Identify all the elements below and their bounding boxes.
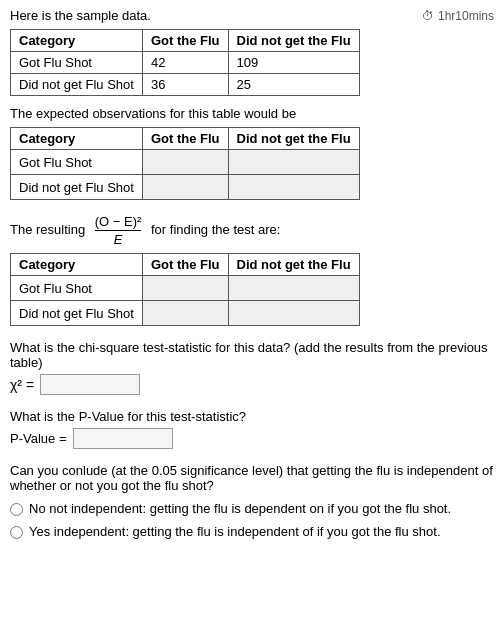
table-row: Got Flu Shot 42 109 (11, 52, 360, 74)
chi-square-input[interactable] (40, 374, 140, 395)
radio-independent-label: Yes independent: getting the flu is inde… (29, 524, 441, 539)
col-got-flu: Got the Flu (142, 254, 228, 276)
expected-r1c1-cell[interactable] (142, 150, 228, 175)
chi-r2c1-input[interactable] (147, 303, 217, 323)
chi-r2c2-input[interactable] (233, 303, 303, 323)
chi-components-table: Category Got the Flu Did not get the Flu… (10, 253, 360, 326)
row1-label: Got Flu Shot (11, 150, 143, 175)
expected-r2c2-input[interactable] (233, 177, 303, 197)
table-row: Did not get Flu Shot (11, 175, 360, 200)
pvalue-question: What is the P-Value for this test-statis… (10, 409, 494, 424)
chi-r1c1-cell[interactable] (142, 276, 228, 301)
row1-label: Got Flu Shot (11, 52, 143, 74)
chi-square-section: What is the chi-square test-statistic fo… (10, 340, 494, 395)
table-row: Did not get Flu Shot (11, 301, 360, 326)
radio-option-1: No not independent: getting the flu is d… (10, 501, 494, 516)
formula-display: (O − E)² E (95, 214, 142, 247)
expected-r2c1-input[interactable] (147, 177, 217, 197)
page-header: Here is the sample data. ⏱ 1hr10mins (10, 8, 494, 23)
col-not-flu: Did not get the Flu (228, 254, 359, 276)
row2-col2: 25 (228, 74, 359, 96)
pvalue-label: P-Value = (10, 431, 67, 446)
row2-label: Did not get Flu Shot (11, 74, 143, 96)
col-not-flu: Did not get the Flu (228, 128, 359, 150)
table-header-row: Category Got the Flu Did not get the Flu (11, 254, 360, 276)
radio-independent[interactable] (10, 526, 23, 539)
col-got-flu: Got the Flu (142, 30, 228, 52)
sample-data-table: Category Got the Flu Did not get the Flu… (10, 29, 360, 96)
col-category: Category (11, 30, 143, 52)
expected-r1c2-cell[interactable] (228, 150, 359, 175)
radio-not-independent-label: No not independent: getting the flu is d… (29, 501, 451, 516)
conclusion-question: Can you conlude (at the 0.05 significanc… (10, 463, 494, 493)
row1-label: Got Flu Shot (11, 276, 143, 301)
chi-r1c1-input[interactable] (147, 278, 217, 298)
row2-col1: 36 (142, 74, 228, 96)
table-header-row: Category Got the Flu Did not get the Flu (11, 128, 360, 150)
formula-denominator: E (95, 231, 142, 247)
timer-display: ⏱ 1hr10mins (422, 9, 494, 23)
chi-r2c1-cell[interactable] (142, 301, 228, 326)
table-row: Did not get Flu Shot 36 25 (11, 74, 360, 96)
row1-col2: 109 (228, 52, 359, 74)
intro-text: Here is the sample data. (10, 8, 151, 23)
row1-col1: 42 (142, 52, 228, 74)
formula-text-after: for finding the test are: (151, 222, 280, 237)
radio-option-2: Yes independent: getting the flu is inde… (10, 524, 494, 539)
formula-numerator: (O − E)² (95, 214, 142, 231)
pvalue-section: What is the P-Value for this test-statis… (10, 409, 494, 449)
expected-r1c1-input[interactable] (147, 152, 217, 172)
pvalue-input-row: P-Value = (10, 428, 494, 449)
row2-label: Did not get Flu Shot (11, 301, 143, 326)
expected-r1c2-input[interactable] (233, 152, 303, 172)
col-not-flu: Did not get the Flu (228, 30, 359, 52)
row2-label: Did not get Flu Shot (11, 175, 143, 200)
formula-section: The resulting (O − E)² E for finding the… (10, 214, 494, 247)
chi-r1c2-cell[interactable] (228, 276, 359, 301)
table-row: Got Flu Shot (11, 150, 360, 175)
pvalue-input[interactable] (73, 428, 173, 449)
radio-not-independent[interactable] (10, 503, 23, 516)
chi-r2c2-cell[interactable] (228, 301, 359, 326)
chi-square-question: What is the chi-square test-statistic fo… (10, 340, 494, 370)
expected-r2c2-cell[interactable] (228, 175, 359, 200)
table-header-row: Category Got the Flu Did not get the Flu (11, 30, 360, 52)
chi-square-label: χ² = (10, 377, 34, 393)
chi-square-input-row: χ² = (10, 374, 494, 395)
table-row: Got Flu Shot (11, 276, 360, 301)
formula-text-before: The resulting (10, 222, 85, 237)
expected-obs-table: Category Got the Flu Did not get the Flu… (10, 127, 360, 200)
expected-obs-text: The expected observations for this table… (10, 106, 494, 121)
col-category: Category (11, 254, 143, 276)
expected-r2c1-cell[interactable] (142, 175, 228, 200)
col-category: Category (11, 128, 143, 150)
col-got-flu: Got the Flu (142, 128, 228, 150)
timer-value: 1hr10mins (438, 9, 494, 23)
chi-r1c2-input[interactable] (233, 278, 303, 298)
conclusion-section: Can you conlude (at the 0.05 significanc… (10, 463, 494, 539)
clock-icon: ⏱ (422, 9, 434, 23)
